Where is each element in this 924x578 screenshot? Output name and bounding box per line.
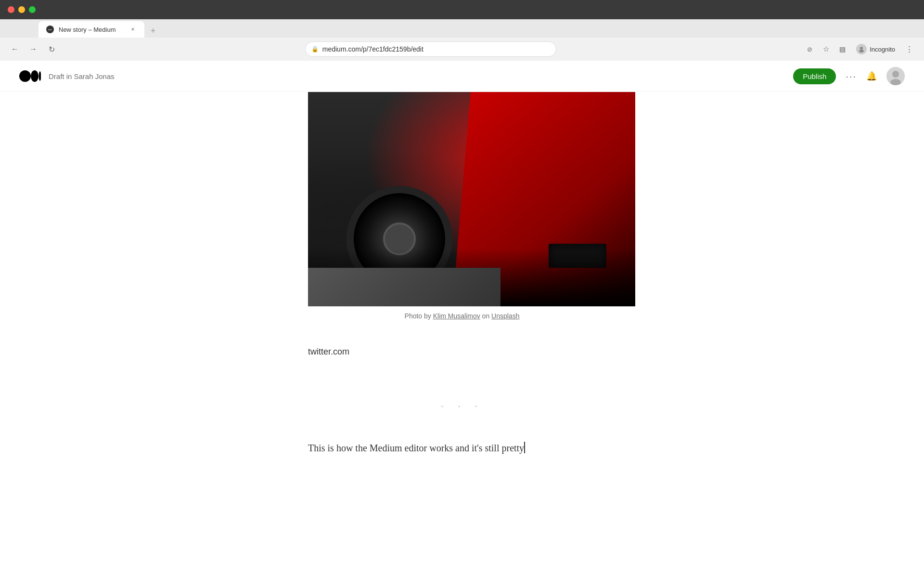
- medium-header-left: Draft in Sarah Jonas: [19, 69, 115, 83]
- active-tab[interactable]: New story – Medium ×: [38, 21, 144, 38]
- address-bar[interactable]: 🔒 medium.com/p/7ec1fdc2159b/edit: [305, 41, 556, 57]
- tab-favicon: [46, 26, 54, 33]
- caption-prefix: Photo by: [405, 312, 433, 320]
- medium-content: Photo by Klim Musalimov on Unsplash twit…: [298, 92, 626, 456]
- browser-toolbar: ← → ↻ 🔒 medium.com/p/7ec1fdc2159b/edit ⊘…: [0, 38, 924, 61]
- hero-image-inner: [308, 92, 635, 306]
- photo-caption: Photo by Klim Musalimov on Unsplash: [308, 312, 616, 320]
- publish-button[interactable]: Publish: [793, 68, 836, 84]
- notification-icon[interactable]: 🔔: [866, 71, 877, 81]
- medium-app: Draft in Sarah Jonas Publish ··· 🔔: [0, 61, 924, 578]
- back-button[interactable]: ←: [8, 42, 22, 56]
- caption-on: on: [480, 312, 491, 320]
- tab-bar: New story – Medium × +: [0, 19, 924, 38]
- svg-point-6: [892, 71, 899, 78]
- body-spacer: [308, 431, 616, 440]
- section-divider: · · ·: [308, 400, 616, 411]
- bookmark-icon[interactable]: ☆: [819, 42, 833, 56]
- minimize-window-button[interactable]: [18, 6, 25, 13]
- caption-source-link[interactable]: Unsplash: [491, 312, 519, 320]
- svg-point-4: [39, 71, 41, 81]
- refresh-button[interactable]: ↻: [44, 42, 59, 56]
- medium-header-right: Publish ··· 🔔: [793, 67, 905, 85]
- hero-image-container: [308, 92, 635, 306]
- caption-author-link[interactable]: Klim Musalimov: [433, 312, 480, 320]
- toolbar-actions: ⊘ ☆ ▤ Incognito ⋮: [802, 42, 916, 56]
- hero-image: [308, 92, 635, 306]
- svg-point-3: [31, 70, 38, 82]
- incognito-section[interactable]: Incognito: [851, 42, 900, 56]
- incognito-icon: [856, 44, 867, 54]
- tab-close-button[interactable]: ×: [129, 26, 137, 33]
- paragraph-spacer: [308, 335, 616, 345]
- traffic-lights: [8, 6, 36, 13]
- sidebar-icon[interactable]: ▤: [835, 42, 849, 56]
- svg-point-2: [19, 70, 31, 82]
- camera-off-icon[interactable]: ⊘: [802, 42, 817, 56]
- body-text-content: This is how the Medium editor works and …: [308, 443, 524, 453]
- tab-title: New story – Medium: [59, 26, 124, 33]
- maximize-window-button[interactable]: [29, 6, 36, 13]
- twitter-link-text: twitter.com: [308, 345, 616, 359]
- new-tab-button[interactable]: +: [146, 24, 160, 38]
- browser-chrome: New story – Medium × + ← → ↻ 🔒 medium.co…: [0, 0, 924, 61]
- body-text: This is how the Medium editor works and …: [308, 440, 616, 456]
- svg-point-1: [859, 50, 864, 53]
- forward-button[interactable]: →: [26, 42, 40, 56]
- more-options-button[interactable]: ···: [846, 71, 857, 82]
- browser-more-button[interactable]: ⋮: [902, 42, 916, 56]
- draft-label: Draft in Sarah Jonas: [49, 72, 115, 80]
- incognito-label: Incognito: [870, 46, 895, 53]
- text-cursor: [524, 442, 525, 453]
- close-window-button[interactable]: [8, 6, 14, 13]
- avatar[interactable]: [886, 67, 905, 85]
- svg-point-0: [860, 47, 863, 50]
- medium-header: Draft in Sarah Jonas Publish ··· 🔔: [0, 61, 924, 92]
- browser-titlebar: [0, 0, 924, 19]
- street: [308, 268, 500, 306]
- section-spacer: [308, 374, 616, 389]
- url-text: medium.com/p/7ec1fdc2159b/edit: [322, 45, 550, 53]
- lock-icon: 🔒: [311, 46, 319, 53]
- medium-logo[interactable]: [19, 69, 41, 83]
